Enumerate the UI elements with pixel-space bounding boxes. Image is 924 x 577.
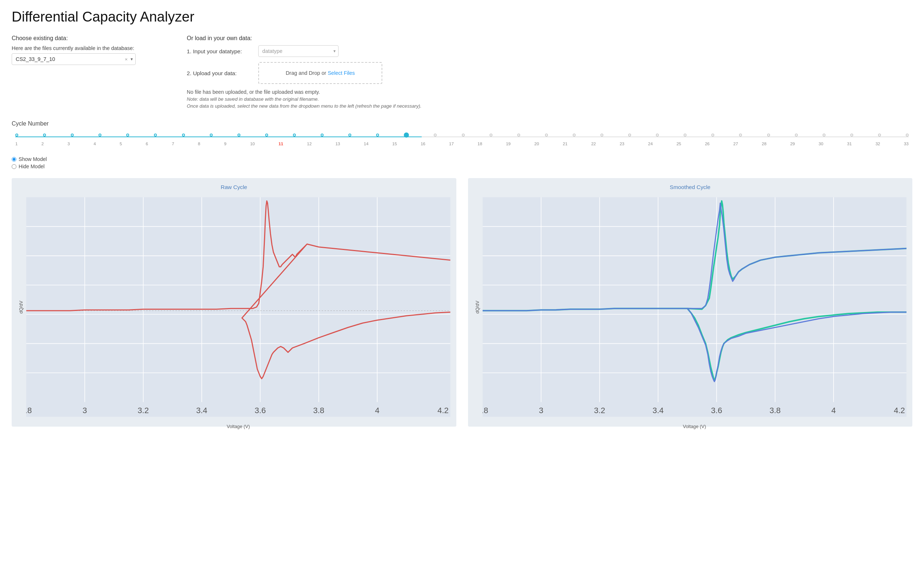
step2-label: 2. Upload your data: — [187, 70, 252, 76]
cycle-tick-9[interactable] — [238, 134, 240, 137]
smoothed-chart-svg: 6 4 2 0 −2 −4 −6 2.8 — [483, 193, 907, 421]
svg-text:4.2: 4.2 — [437, 406, 449, 415]
file-select[interactable]: CS2_33_9_7_10 — [12, 53, 136, 65]
cycle-section: Cycle Number 123456789101112131415161718… — [12, 121, 912, 149]
cycle-tick-26[interactable] — [711, 134, 714, 137]
cycle-number-2: 2 — [42, 142, 44, 146]
cycle-tick-17[interactable] — [462, 134, 465, 137]
cycle-tick-20[interactable] — [545, 134, 548, 137]
model-radio-group: Show Model Hide Model — [12, 156, 912, 169]
svg-text:3.6: 3.6 — [255, 406, 266, 415]
cycle-tick-22[interactable] — [601, 134, 603, 137]
cycle-tick-10[interactable] — [265, 134, 268, 137]
raw-chart-title: Raw Cycle — [18, 184, 450, 190]
upload-note3: Once data is uploaded, select the new da… — [187, 103, 912, 109]
show-model-radio[interactable] — [12, 157, 16, 162]
cycle-number-8: 8 — [198, 142, 200, 146]
svg-text:3.2: 3.2 — [138, 406, 149, 415]
svg-text:3.4: 3.4 — [652, 406, 664, 415]
cycle-tick-29[interactable] — [795, 134, 798, 137]
svg-text:2.8: 2.8 — [483, 406, 488, 415]
cycle-tick-2[interactable] — [43, 134, 46, 137]
smoothed-chart-wrapper: dQ/dV — [474, 193, 907, 421]
smoothed-chart-title: Smoothed Cycle — [474, 184, 907, 190]
select-clear-icon[interactable]: × — [125, 56, 128, 62]
slider-ticks — [15, 134, 909, 138]
cycle-number-15: 15 — [392, 142, 397, 146]
cycle-tick-33[interactable] — [906, 134, 909, 137]
cycle-tick-32[interactable] — [878, 134, 881, 137]
cycle-number-3: 3 — [67, 142, 70, 146]
load-data-label: Or load in your own data: — [187, 35, 912, 42]
cycle-number-20: 20 — [534, 142, 539, 146]
cycle-tick-28[interactable] — [767, 134, 770, 137]
upload-note2: Note: data will be saved in database wit… — [187, 96, 912, 102]
svg-text:3.2: 3.2 — [594, 406, 605, 415]
choose-data-label: Choose existing data: — [12, 35, 165, 42]
upload-text: Drag and Drop or — [286, 70, 328, 76]
cycle-tick-21[interactable] — [573, 134, 575, 137]
cycle-slider[interactable]: 1234567891011121314151617181920212223242… — [12, 131, 912, 149]
cycle-tick-31[interactable] — [850, 134, 853, 137]
cycle-tick-12[interactable] — [321, 134, 323, 137]
cycle-number-22: 22 — [591, 142, 596, 146]
cycle-number-29: 29 — [790, 142, 795, 146]
cycle-tick-16[interactable] — [434, 134, 437, 137]
files-available-label: Here are the files currently available i… — [12, 45, 165, 51]
cycle-tick-8[interactable] — [210, 134, 213, 137]
cycle-number-18: 18 — [477, 142, 482, 146]
raw-cycle-chart: Raw Cycle dQ/dV — [12, 178, 456, 427]
cycle-number-23: 23 — [620, 142, 625, 146]
cycle-tick-11[interactable] — [293, 134, 296, 137]
cycle-tick-14[interactable] — [376, 134, 379, 137]
cycle-tick-15[interactable] — [404, 132, 409, 138]
cycle-tick-5[interactable] — [126, 134, 129, 137]
hide-model-option[interactable]: Hide Model — [12, 163, 912, 169]
raw-chart-wrapper: dQ/dV — [18, 193, 450, 421]
svg-text:3.6: 3.6 — [711, 406, 722, 415]
svg-rect-29 — [483, 197, 907, 416]
upload-dropzone[interactable]: Drag and Drop or Select Files — [258, 62, 382, 84]
cycle-tick-25[interactable] — [684, 134, 686, 137]
hide-model-label: Hide Model — [19, 163, 45, 169]
cycle-number-33: 33 — [904, 142, 909, 146]
cycle-tick-3[interactable] — [71, 134, 74, 137]
cycle-tick-4[interactable] — [98, 134, 101, 137]
cycle-tick-13[interactable] — [349, 134, 351, 137]
cycle-number-14: 14 — [364, 142, 368, 146]
raw-y-label: dQ/dV — [18, 193, 25, 421]
show-model-option[interactable]: Show Model — [12, 156, 912, 162]
datatype-select[interactable]: datatype — [258, 45, 339, 57]
select-files-link[interactable]: Select Files — [328, 70, 355, 76]
cycle-tick-23[interactable] — [628, 134, 631, 137]
cycle-number-4: 4 — [94, 142, 96, 146]
svg-text:4: 4 — [375, 406, 379, 415]
cycle-tick-7[interactable] — [182, 134, 185, 137]
svg-text:4: 4 — [831, 406, 836, 415]
cycle-label: Cycle Number — [12, 121, 912, 127]
cycle-number-26: 26 — [705, 142, 710, 146]
cycle-number-24: 24 — [648, 142, 653, 146]
cycle-tick-19[interactable] — [517, 134, 520, 137]
cycle-number-25: 25 — [676, 142, 681, 146]
cycle-tick-6[interactable] — [154, 134, 157, 137]
smoothed-y-label: dQ/dV — [474, 193, 481, 421]
cycle-tick-30[interactable] — [823, 134, 826, 137]
smoothed-chart-inner: 6 4 2 0 −2 −4 −6 2.8 — [483, 193, 907, 421]
file-select-wrapper: CS2_33_9_7_10 × ▾ — [12, 53, 136, 65]
svg-rect-0 — [26, 197, 450, 416]
svg-text:3: 3 — [539, 406, 543, 415]
charts-row: Raw Cycle dQ/dV — [12, 178, 912, 427]
cycle-tick-27[interactable] — [739, 134, 742, 137]
cycle-number-19: 19 — [506, 142, 511, 146]
step2-row: 2. Upload your data: Drag and Drop or Se… — [187, 62, 912, 84]
raw-chart-svg: 6 4 2 0 −2 −4 −6 2.8 3 — [26, 193, 450, 421]
cycle-tick-18[interactable] — [490, 134, 492, 137]
right-panel: Or load in your own data: 1. Input your … — [187, 35, 912, 109]
hide-model-radio[interactable] — [12, 164, 16, 169]
cycle-number-27: 27 — [733, 142, 738, 146]
cycle-tick-24[interactable] — [656, 134, 659, 137]
cycle-number-9: 9 — [224, 142, 226, 146]
svg-text:2.8: 2.8 — [26, 406, 32, 415]
cycle-tick-1[interactable] — [15, 134, 18, 137]
